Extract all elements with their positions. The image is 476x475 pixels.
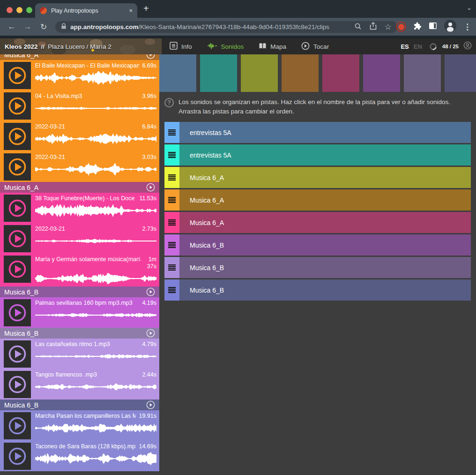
section-header[interactable]: Musica 6_B: [0, 400, 159, 410]
clip-play-button[interactable]: [4, 371, 31, 398]
clip-waveform[interactable]: [35, 349, 156, 365]
track-body[interactable]: entrevistas 5A: [179, 144, 471, 166]
track-row[interactable]: Musica 6_A: [164, 189, 471, 211]
bookmark-star-icon[interactable]: ☆: [385, 23, 392, 31]
clip-play-button[interactable]: [4, 123, 31, 150]
drag-handle[interactable]: [164, 167, 179, 188]
track-body[interactable]: Musica 6_B: [179, 234, 471, 256]
track-body[interactable]: Musica 6_B: [179, 257, 471, 278]
drag-handle[interactable]: [164, 212, 179, 233]
window-controls[interactable]: [7, 7, 32, 13]
minimize-window-button[interactable]: [16, 7, 22, 13]
browser-menu-icon[interactable]: ⋮: [463, 22, 471, 32]
clip-duration: 1m 37s: [141, 256, 156, 270]
track-row[interactable]: Musica 6_B: [164, 279, 471, 301]
nav-mapa[interactable]: Mapa: [259, 42, 286, 51]
track-body[interactable]: entrevistas 5A: [179, 122, 471, 143]
clip-waveform[interactable]: [35, 234, 156, 249]
track-row[interactable]: entrevistas 5A: [164, 122, 471, 143]
breadcrumb-separator: //: [41, 43, 45, 50]
profile-avatar[interactable]: [444, 20, 456, 34]
drag-handle[interactable]: [164, 279, 179, 301]
side-panel-icon[interactable]: [429, 22, 437, 31]
clip-tile[interactable]: [241, 54, 278, 92]
clip-play-button[interactable]: [4, 299, 31, 326]
record-indicator-icon[interactable]: [396, 22, 406, 32]
drag-handle[interactable]: [164, 144, 179, 166]
track-row[interactable]: Musica 6_B: [164, 234, 471, 256]
section-play-icon[interactable]: [146, 183, 155, 192]
clip-body: Taconeo de Sara Baras (128 kbps).mp314.6…: [35, 443, 156, 471]
clip-waveform[interactable]: [35, 162, 156, 178]
section-play-icon[interactable]: [146, 329, 155, 338]
back-button[interactable]: ←: [4, 22, 20, 31]
clip-play-button[interactable]: [4, 340, 31, 368]
clip-play-button[interactable]: [4, 62, 31, 89]
clip-waveform[interactable]: [35, 308, 156, 324]
nav-tocar[interactable]: Tocar: [301, 42, 329, 52]
lang-es-button[interactable]: ES: [401, 43, 409, 50]
clip-tile[interactable]: [404, 54, 441, 92]
clip-waveform[interactable]: [35, 101, 156, 117]
clip-play-button[interactable]: [4, 256, 31, 283]
section-header[interactable]: Musica 6_A: [0, 54, 159, 60]
tab-close-icon[interactable]: ×: [129, 7, 133, 14]
clip-play-button[interactable]: [4, 412, 31, 439]
drag-handle[interactable]: [164, 234, 179, 256]
clip-play-button[interactable]: [4, 225, 31, 252]
drag-handle[interactable]: [164, 257, 179, 278]
track-body[interactable]: Musica 6_B: [179, 279, 471, 301]
section-play-icon[interactable]: [146, 54, 155, 59]
clip-play-button[interactable]: [4, 443, 31, 470]
lock-icon[interactable]: [61, 23, 67, 31]
clip-play-button[interactable]: [4, 195, 31, 222]
clip-waveform[interactable]: [35, 421, 156, 437]
clip-waveform[interactable]: [35, 131, 156, 147]
clip-play-button[interactable]: [4, 153, 31, 181]
track-row[interactable]: entrevistas 5A: [164, 144, 471, 166]
track-body[interactable]: Musica 6_A: [179, 189, 471, 211]
map-thumbnail[interactable]: Kleos 2022 // Plaza Lucero / María 2: [0, 38, 162, 54]
drag-handle[interactable]: [164, 122, 179, 143]
clip-play-button[interactable]: [4, 92, 31, 120]
clip-tile[interactable]: [200, 54, 237, 92]
share-icon[interactable]: [370, 22, 377, 32]
zoom-page-icon[interactable]: [354, 23, 362, 32]
tab-search-chevron-icon[interactable]: ⌄: [467, 4, 472, 11]
forward-button[interactable]: →: [20, 22, 36, 31]
section-play-icon[interactable]: [146, 400, 155, 409]
nav-sonidos[interactable]: Sonidos: [207, 42, 244, 51]
clip-waveform[interactable]: [35, 203, 156, 219]
section-header[interactable]: Musica 6_A: [0, 182, 159, 193]
clip-waveform[interactable]: [35, 271, 156, 287]
track-row[interactable]: Musica 6_A: [164, 167, 471, 188]
clip-waveform[interactable]: [35, 70, 156, 86]
clip-tile[interactable]: [363, 54, 400, 92]
drag-handle[interactable]: [164, 189, 179, 211]
track-body[interactable]: Musica 6_A: [179, 212, 471, 233]
clip-waveform[interactable]: [35, 379, 156, 395]
clip-tile[interactable]: [322, 54, 359, 92]
lang-en-button[interactable]: EN: [414, 43, 422, 50]
clip-body: El Baile Mexicapan - El Baile Mexicapan.…: [35, 62, 156, 90]
clip: 2022-03-213.03s: [0, 151, 159, 182]
fullscreen-window-button[interactable]: [26, 7, 32, 13]
new-tab-button[interactable]: +: [143, 3, 149, 14]
section-header[interactable]: Musica 6_B: [0, 287, 159, 297]
clip-tile[interactable]: [445, 54, 476, 92]
clip-tile[interactable]: [159, 54, 196, 92]
section-play-icon[interactable]: [146, 287, 155, 296]
clip-waveform[interactable]: [35, 451, 156, 467]
track-body[interactable]: Musica 6_A: [179, 167, 471, 188]
section-header[interactable]: Musica 6_B: [0, 328, 159, 339]
clip-tile[interactable]: [282, 54, 319, 92]
extensions-puzzle-icon[interactable]: [413, 22, 422, 32]
user-account-icon[interactable]: [463, 41, 472, 52]
track-row[interactable]: Musica 6_B: [164, 257, 471, 278]
nav-info[interactable]: Info: [170, 42, 192, 51]
browser-tab[interactable]: Play Antropoloops ×: [35, 3, 137, 18]
close-window-button[interactable]: [7, 7, 13, 13]
address-bar[interactable]: app.antropoloops.com/Kleos-Santa-Marina/…: [55, 21, 397, 33]
reload-button[interactable]: ↻: [36, 22, 52, 32]
track-row[interactable]: Musica 6_A: [164, 212, 471, 233]
